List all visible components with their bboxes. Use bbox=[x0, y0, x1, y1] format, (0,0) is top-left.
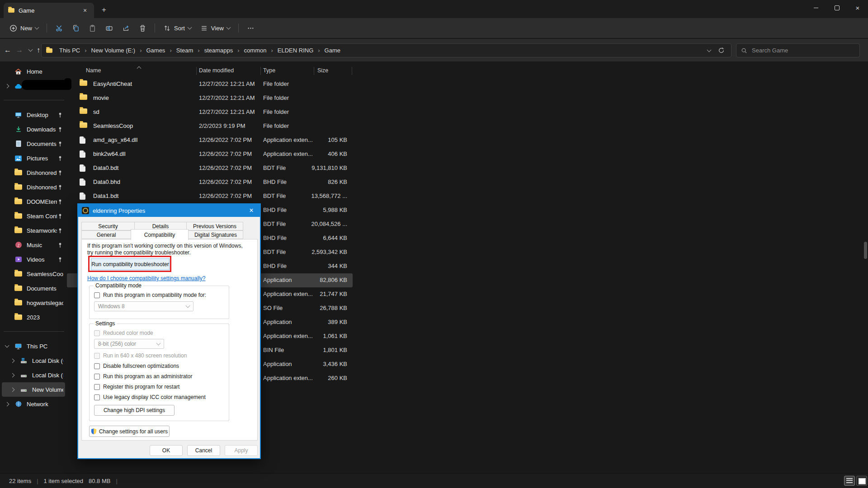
view-button[interactable]: View bbox=[196, 21, 234, 35]
tab-close-icon[interactable]: × bbox=[80, 6, 90, 15]
chevron-right-icon[interactable] bbox=[9, 359, 15, 362]
more-options-button[interactable] bbox=[243, 21, 259, 35]
rename-button[interactable] bbox=[101, 21, 117, 35]
breadcrumb-item-elden-ring[interactable]: ELDEN RING bbox=[274, 46, 316, 55]
sidebar-item-local-disk-d[interactable]: Local Disk (D:) bbox=[2, 368, 65, 382]
file-row-data0-bdt[interactable]: Data0.bdt12/26/2022 7:02 PMBDT File9,131… bbox=[67, 161, 353, 175]
address-bar[interactable]: This PC›New Volume (E:)›Games›Steam›stea… bbox=[41, 43, 731, 57]
share-button[interactable] bbox=[118, 21, 134, 35]
column-divider[interactable] bbox=[196, 67, 197, 75]
sidebar-item-this-pc[interactable]: This PC bbox=[2, 339, 65, 353]
column-header-type[interactable]: Type bbox=[263, 67, 275, 74]
sidebar-item-steamworks-sha[interactable]: Steamworks Sha bbox=[2, 223, 65, 238]
file-row-amd-ags-x64-dll[interactable]: amd_ags_x64.dll12/26/2022 7:02 PMApplica… bbox=[67, 133, 353, 147]
minimize-button[interactable] bbox=[806, 0, 826, 15]
delete-button[interactable] bbox=[135, 21, 151, 35]
sidebar-item-documents[interactable]: Documents bbox=[2, 136, 65, 151]
copy-button[interactable] bbox=[68, 21, 84, 35]
file-row-easyanticheat[interactable]: EasyAntiCheat12/27/2022 12:21 AMFile fol… bbox=[67, 77, 353, 91]
dialog-close-icon[interactable]: × bbox=[246, 206, 256, 215]
checkbox-icon[interactable] bbox=[94, 353, 100, 359]
checkbox-reduced-color-mode[interactable]: Reduced color mode bbox=[94, 329, 153, 337]
checkbox-run-this-program-as-an-administrator[interactable]: Run this program as an administrator bbox=[94, 373, 192, 380]
checkbox-use-legacy-display-icc-color-management[interactable]: Use legacy display ICC color management bbox=[94, 394, 206, 401]
change-high-dpi-settings-button[interactable]: Change high DPI settings bbox=[94, 405, 175, 416]
cancel-button[interactable]: Cancel bbox=[187, 445, 220, 456]
close-button[interactable]: × bbox=[847, 0, 868, 15]
cut-button[interactable] bbox=[51, 21, 67, 35]
file-row-movie[interactable]: movie12/27/2022 12:21 AMFile folder bbox=[67, 91, 353, 105]
sidebar-item-dishonored2[interactable]: Dishonored2 bbox=[2, 180, 65, 194]
run-compatibility-troubleshooter-button[interactable]: Run compatibility troubleshooter bbox=[91, 258, 170, 270]
dialog-tab-general[interactable]: General bbox=[81, 230, 131, 239]
column-header-date[interactable]: Date modified bbox=[199, 67, 234, 74]
compatibility-mode-dropdown[interactable]: Windows 8 bbox=[94, 301, 193, 311]
checkbox-run-in-640-x-480-screen-resolution[interactable]: Run in 640 x 480 screen resolution bbox=[94, 352, 187, 359]
column-divider[interactable] bbox=[352, 67, 352, 75]
breadcrumb-item-new-volume-e[interactable]: New Volume (E:) bbox=[88, 46, 139, 55]
sidebar-item-local-disk-c[interactable]: Local Disk (C:) bbox=[2, 353, 65, 368]
sidebar-item-new-volume-e[interactable]: New Volume (E:) bbox=[2, 382, 65, 397]
breadcrumb-item-common[interactable]: common bbox=[241, 46, 270, 55]
forward-button[interactable]: → bbox=[14, 44, 25, 56]
color-mode-dropdown[interactable]: 8-bit (256) color bbox=[94, 339, 164, 349]
breadcrumb-item-game[interactable]: Game bbox=[321, 46, 344, 55]
refresh-icon[interactable] bbox=[718, 47, 725, 54]
breadcrumb-item-games[interactable]: Games bbox=[143, 46, 168, 55]
sort-button[interactable]: Sort bbox=[159, 21, 195, 35]
new-button[interactable]: New bbox=[5, 21, 42, 35]
search-box[interactable] bbox=[736, 43, 860, 57]
sidebar-item-2023[interactable]: 2023 bbox=[2, 310, 65, 324]
breadcrumb-item-steamapps[interactable]: steamapps bbox=[201, 46, 236, 55]
icons-view-toggle[interactable] bbox=[856, 476, 867, 486]
sidebar-item-music[interactable]: ♪Music bbox=[2, 238, 65, 252]
address-dropdown-icon[interactable] bbox=[707, 47, 712, 52]
sidebar-item-network[interactable]: Network bbox=[2, 397, 65, 411]
chevron-right-icon[interactable] bbox=[4, 84, 10, 88]
chevron-down-icon[interactable] bbox=[4, 345, 10, 347]
chevron-right-icon[interactable] bbox=[4, 403, 10, 406]
column-header-name[interactable]: Name bbox=[86, 67, 101, 74]
column-header-size[interactable]: Size bbox=[317, 67, 328, 74]
sidebar-item-pictures[interactable]: Pictures bbox=[2, 151, 65, 165]
sidebar-item-hogwartslegacy-exe[interactable]: hogwartslegacy.exe bbox=[2, 296, 65, 310]
checkbox-icon[interactable] bbox=[94, 384, 100, 390]
file-row-sd[interactable]: sd12/27/2022 12:21 AMFile folder bbox=[67, 105, 353, 119]
paste-button[interactable] bbox=[85, 21, 100, 35]
ok-button[interactable]: OK bbox=[150, 445, 183, 456]
checkbox-icon[interactable] bbox=[94, 292, 100, 298]
file-row-data0-bhd[interactable]: Data0.bhd12/26/2022 7:02 PMBHD File826 K… bbox=[67, 175, 353, 189]
dialog-tab-compatibility[interactable]: Compatibility bbox=[131, 229, 189, 240]
sidebar-item-doometernal[interactable]: DOOMEternal bbox=[2, 194, 65, 209]
checkbox-register-this-program-for-restart[interactable]: Register this program for restart bbox=[94, 383, 179, 390]
sidebar-item-documents[interactable]: Documents bbox=[2, 281, 65, 296]
breadcrumb-item-this-pc[interactable]: This PC bbox=[56, 46, 83, 55]
search-input[interactable] bbox=[751, 47, 855, 54]
scrollbar-thumb[interactable] bbox=[864, 242, 867, 259]
file-row-seamlesscoop[interactable]: SeamlessCoop2/2/2023 9:19 PMFile folder bbox=[67, 119, 353, 133]
checkbox-icon[interactable] bbox=[94, 374, 100, 380]
chevron-right-icon[interactable] bbox=[9, 374, 15, 377]
checkbox-icon[interactable] bbox=[94, 363, 100, 369]
sidebar-item-videos[interactable]: Videos bbox=[2, 252, 65, 267]
column-divider[interactable] bbox=[260, 67, 261, 75]
sidebar-item-home[interactable]: Home bbox=[2, 64, 65, 79]
explorer-tab[interactable]: Game × bbox=[4, 3, 94, 18]
dialog-tab-digital-signatures[interactable]: Digital Signatures bbox=[188, 230, 243, 239]
sidebar-item-downloads[interactable]: Downloads bbox=[2, 122, 65, 136]
dialog-tab-security[interactable]: Security bbox=[81, 222, 135, 230]
sidebar-item-dishonored-rhc[interactable]: Dishonored RHC bbox=[2, 165, 65, 180]
details-view-toggle[interactable] bbox=[844, 476, 855, 486]
back-button[interactable]: ← bbox=[2, 44, 14, 56]
apply-button[interactable]: Apply bbox=[225, 445, 258, 456]
checkbox-disable-fullscreen-optimizations[interactable]: Disable fullscreen optimizations bbox=[94, 362, 179, 370]
dialog-tab-previous-versions[interactable]: Previous Versions bbox=[186, 222, 243, 230]
dialog-title-bar[interactable]: eldenring Properties × bbox=[78, 204, 260, 217]
sidebar-item-steam-controlle[interactable]: Steam Controlle bbox=[2, 209, 65, 223]
sidebar-item-desktop[interactable]: Desktop bbox=[2, 108, 65, 122]
new-tab-button[interactable]: + bbox=[99, 5, 109, 15]
file-row-bink2w64-dll[interactable]: bink2w64.dll12/26/2022 7:02 PMApplicatio… bbox=[67, 147, 353, 161]
sidebar-item-seamlesscoop[interactable]: SeamlessCoop bbox=[2, 267, 65, 281]
chevron-right-icon[interactable] bbox=[9, 388, 15, 391]
maximize-button[interactable] bbox=[826, 0, 847, 15]
